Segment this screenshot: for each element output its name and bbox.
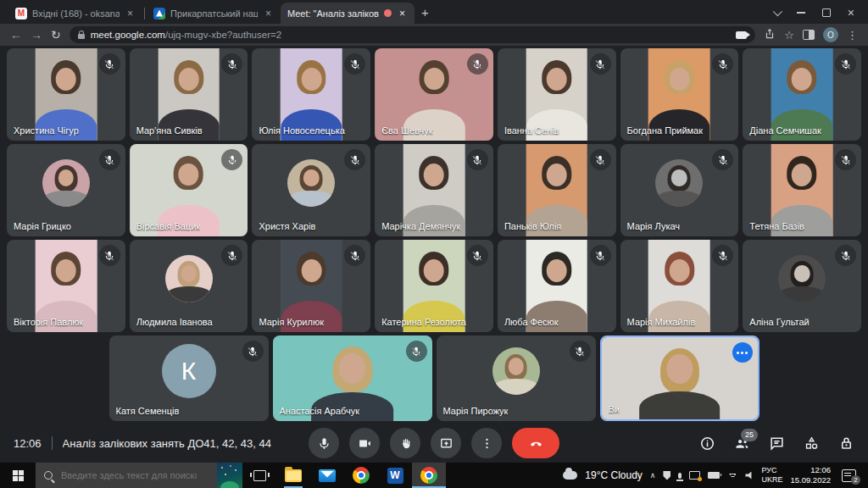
activities-icon[interactable]: [804, 435, 820, 452]
divider: [52, 436, 53, 450]
participant-tile[interactable]: Христя Харів: [252, 144, 370, 236]
tab-close-icon[interactable]: ×: [397, 8, 408, 19]
profile-avatar[interactable]: O: [823, 27, 838, 42]
participant-tile[interactable]: Богдана Приймак: [620, 48, 739, 141]
participant-tile[interactable]: Марія Пирожук: [437, 336, 596, 421]
tab-close-icon[interactable]: ×: [125, 8, 136, 19]
search-highlight-image[interactable]: [217, 463, 242, 488]
present-screen-button[interactable]: [431, 428, 461, 458]
security-tray-icon[interactable]: [663, 471, 670, 480]
taskbar-chrome-1[interactable]: [344, 463, 378, 488]
taskbar-mail[interactable]: [310, 463, 344, 488]
participant-tile[interactable]: Мар'яна Сивків: [130, 48, 248, 141]
tray-expand-chevron-icon[interactable]: ∧: [650, 471, 656, 480]
participant-tile[interactable]: Марія Курилюк: [252, 240, 370, 332]
mic-off-icon: [344, 53, 365, 75]
participant-tile[interactable]: Іванна Сенів: [498, 48, 616, 141]
mic-off-icon: [570, 341, 591, 362]
participant-tile[interactable]: Паньків Юлія: [498, 144, 616, 236]
start-button[interactable]: [0, 463, 36, 488]
chat-icon[interactable]: [769, 435, 785, 452]
participant-tile[interactable]: Тетяна Базів: [743, 144, 861, 236]
browser-tab-strip: M Вхідні (168) - oksana.selepiy@pn × При…: [0, 0, 868, 24]
meeting-details-icon[interactable]: [699, 435, 715, 452]
browser-menu-icon[interactable]: ⋮: [847, 30, 858, 41]
participant-tile[interactable]: Ви: [600, 336, 760, 421]
share-icon[interactable]: [764, 28, 776, 42]
participant-tile[interactable]: Марія Лукач: [620, 144, 739, 236]
participant-tile[interactable]: Марічка Демянчук: [375, 144, 493, 236]
browser-toolbar: ← → ↻ meet.google.com/ujq-mugv-xbe?authu…: [0, 24, 868, 46]
participant-tile[interactable]: Єва Шевчук: [375, 48, 493, 141]
new-tab-button[interactable]: +: [421, 5, 429, 19]
search-icon: [44, 471, 53, 480]
language-indicator[interactable]: РУСUKRE: [761, 466, 782, 485]
taskbar-word[interactable]: W: [378, 463, 412, 488]
tile-row: ККатя СеменцівАнастасія АрабчукМарія Пир…: [7, 336, 861, 421]
maximize-button[interactable]: [822, 8, 831, 17]
bookmark-star-icon[interactable]: ☆: [784, 30, 794, 41]
participant-tile[interactable]: Христина Чігур: [7, 48, 125, 141]
search-input[interactable]: [59, 469, 198, 481]
volume-icon[interactable]: [745, 472, 754, 480]
hang-up-button[interactable]: [512, 428, 559, 458]
participant-avatar: [655, 159, 703, 207]
notification-center-icon[interactable]: 2: [842, 469, 856, 482]
participant-tile[interactable]: Катерина Резолюта: [375, 240, 493, 332]
host-controls-icon[interactable]: [838, 435, 854, 452]
forward-button[interactable]: →: [31, 29, 42, 41]
meet-bottom-bar: 12:06 Аналіз залікових занять ДО41, 42, …: [0, 424, 868, 463]
minimize-button[interactable]: [797, 12, 805, 14]
participant-name: Люба Фесюк: [504, 317, 559, 327]
participant-tile[interactable]: Аліна Гультай: [743, 240, 861, 332]
weather-text[interactable]: 19°C Cloudy: [585, 469, 643, 481]
tab-close-icon[interactable]: ×: [263, 8, 274, 19]
participant-tile[interactable]: Діана Семчишак: [743, 48, 861, 141]
participant-tile[interactable]: Люба Фесюк: [498, 240, 616, 332]
close-window-button[interactable]: ×: [848, 7, 854, 19]
address-bar[interactable]: meet.google.com/ujq-mugv-xbe?authuser=2: [70, 26, 756, 43]
mic-button[interactable]: [309, 428, 339, 458]
university-favicon: [153, 8, 165, 19]
participant-tile[interactable]: Людмила Іванова: [130, 240, 248, 332]
person-silhouette: [778, 255, 826, 302]
screen-share-tray-icon[interactable]: [689, 471, 700, 480]
taskbar-file-explorer[interactable]: [276, 463, 310, 488]
participant-name: Марія Пирожук: [443, 406, 509, 416]
participant-tile[interactable]: Марія Грицко: [7, 144, 125, 236]
taskbar-search[interactable]: [36, 463, 242, 488]
task-view-button[interactable]: [242, 463, 276, 488]
tab-search-chevron-icon[interactable]: [773, 7, 782, 16]
participant-avatar: [165, 255, 213, 302]
camera-permission-icon[interactable]: [736, 31, 747, 39]
taskbar-clock[interactable]: 12:0615.09.2022: [790, 465, 831, 485]
more-options-button[interactable]: [471, 428, 502, 458]
participant-tile[interactable]: Анастасія Арабчук: [273, 336, 432, 421]
battery-icon[interactable]: [708, 472, 720, 479]
participants-icon[interactable]: 25: [734, 435, 750, 452]
camera-button[interactable]: [349, 428, 380, 458]
tab-meet-active[interactable]: Meet: "Аналіз залікових зан ×: [281, 3, 415, 24]
participant-tile[interactable]: ККатя Семенців: [109, 336, 269, 421]
side-panel-icon[interactable]: [803, 30, 815, 40]
mic-tray-icon[interactable]: [678, 473, 682, 479]
participant-tile[interactable]: Юлія Новоселецька: [252, 48, 370, 141]
taskbar-chrome-2[interactable]: [412, 463, 446, 488]
participant-name: Юлія Новоселецька: [259, 125, 344, 136]
participant-tile[interactable]: Марія Михайлів: [620, 240, 739, 332]
reload-button[interactable]: ↻: [51, 29, 61, 41]
wifi-icon[interactable]: [727, 472, 737, 480]
participant-tile[interactable]: Вірсавія Вацик: [130, 144, 248, 236]
tab-gmail[interactable]: M Вхідні (168) - oksana.selepiy@pn ×: [8, 3, 142, 24]
person-silhouette: [655, 159, 703, 207]
participant-tile[interactable]: Вікторія Павлюк: [7, 240, 125, 332]
back-button[interactable]: ←: [10, 29, 22, 41]
tile-more-button[interactable]: [732, 342, 753, 363]
tab-university[interactable]: Прикарпатський національний ×: [147, 3, 281, 24]
mic-off-icon: [344, 149, 365, 170]
weather-cloud-icon[interactable]: [563, 471, 577, 480]
participant-name: Катерина Резолюта: [381, 317, 466, 327]
tab-title: Прикарпатський національний: [170, 8, 258, 19]
mic-off-icon: [835, 245, 856, 266]
raise-hand-button[interactable]: [390, 428, 420, 458]
